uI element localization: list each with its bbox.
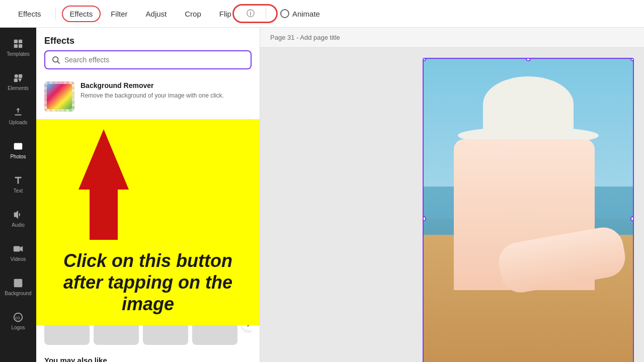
svg-rect-2 [14,44,18,48]
sidebar-label-videos: Videos [11,256,26,262]
red-arrow [78,129,129,245]
svg-line-16 [57,61,59,63]
handle-top-right[interactable] [630,58,634,61]
svg-rect-1 [19,40,22,43]
videos-icon [13,243,24,254]
bg-remover-description: Remove the background of your image with… [80,92,224,100]
handle-right-center[interactable] [630,216,634,221]
sidebar-item-uploads[interactable]: Uploads [2,100,34,132]
elements-icon [13,72,24,83]
tab-effects-panel[interactable]: Effects [10,6,49,22]
sidebar-item-text[interactable]: Text [2,168,34,201]
svg-rect-3 [19,44,22,48]
sidebar-item-templates[interactable]: Templates [2,32,34,64]
tab-adjust[interactable]: Adjust [138,6,175,22]
arrow-shaft [90,179,118,240]
left-sidebar: Templates Elements Uploads Photos Text A… [0,28,36,362]
canvas-area: Page 31 - Add page title [260,28,644,362]
sidebar-item-background[interactable]: Background [2,271,34,303]
sidebar-item-logos[interactable]: co. Logos [2,305,34,337]
svg-point-4 [15,74,18,78]
canvas-content [260,48,644,362]
sidebar-item-videos[interactable]: Videos [2,237,34,269]
logos-icon: co. [13,312,24,323]
sidebar-label-photos: Photos [10,154,26,160]
svg-rect-0 [14,40,18,43]
animate-label: Animate [292,10,320,18]
page-title-bar: Page 31 - Add page title [260,28,644,48]
hat-area [473,74,584,144]
sidebar-label-audio: Audio [12,222,25,228]
sidebar-label-background: Background [5,291,31,297]
animate-icon [280,9,289,18]
background-remover-card[interactable]: Background Remover Remove the background… [44,75,252,118]
sidebar-label-logos: Logos [11,325,25,331]
svg-point-9 [16,144,18,146]
tab-crop[interactable]: Crop [177,6,209,22]
effects-panel-title: Effects [36,28,260,50]
effects-panel: Effects Background Remover Remove the ba… [36,28,260,362]
main-layout: Templates Elements Uploads Photos Text A… [0,28,644,362]
tab-effects[interactable]: Effects [62,6,101,22]
svg-marker-11 [20,246,23,252]
bg-remover-info: Background Remover Remove the background… [80,81,224,100]
toolbar-divider-2 [266,8,266,20]
svg-rect-8 [14,143,23,150]
audio-icon [13,209,24,220]
info-button[interactable]: ⓘ [242,5,260,23]
toolbar-nav: Effects Effects Filter Adjust Crop Flip … [10,5,328,23]
person-container [424,59,633,362]
yellow-annotation-box: Click on this button after tapping on th… [36,119,260,325]
tab-flip[interactable]: Flip [211,6,239,22]
tab-filter[interactable]: Filter [103,6,135,22]
sidebar-label-text: Text [14,188,23,194]
background-icon [13,278,24,289]
you-may-like-title: You may also like [44,356,107,362]
sidebar-label-templates: Templates [7,51,30,57]
bg-remover-title: Background Remover [80,81,224,89]
sidebar-item-elements[interactable]: Elements [2,66,34,98]
text-icon [13,175,24,186]
sidebar-item-audio[interactable]: Audio [2,203,34,235]
svg-point-15 [53,57,58,62]
hat-crown [483,76,574,132]
bg-remover-thumbnail [44,81,74,112]
sidebar-label-uploads: Uploads [9,120,28,126]
svg-rect-10 [14,246,20,252]
animate-button[interactable]: Animate [272,5,328,22]
photos-icon [13,141,24,152]
effects-scroll-area: Background Remover Remove the background… [36,75,260,362]
toolbar-divider [55,8,56,20]
page-label[interactable]: Page 31 - Add page title [270,34,340,41]
top-toolbar: Effects Effects Filter Adjust Crop Flip … [0,0,644,28]
search-icon [51,55,60,64]
annotation-container: Click on this button after tapping on th… [44,220,252,269]
annotation-text: Click on this button after tapping on th… [48,250,248,315]
svg-marker-6 [18,78,22,82]
uploads-icon [13,107,24,118]
arrow-container [78,129,248,245]
svg-rect-7 [14,78,18,82]
search-box[interactable] [44,50,252,69]
sidebar-item-photos[interactable]: Photos [2,134,34,166]
templates-icon [13,38,24,49]
you-may-like-section: You may also like [44,349,252,362]
beach-photo-inner [424,59,633,362]
search-input[interactable] [64,56,245,64]
svg-rect-5 [19,74,22,78]
sidebar-label-elements: Elements [8,85,29,92]
svg-text:co.: co. [15,315,21,320]
beach-photo-element[interactable] [423,58,634,362]
